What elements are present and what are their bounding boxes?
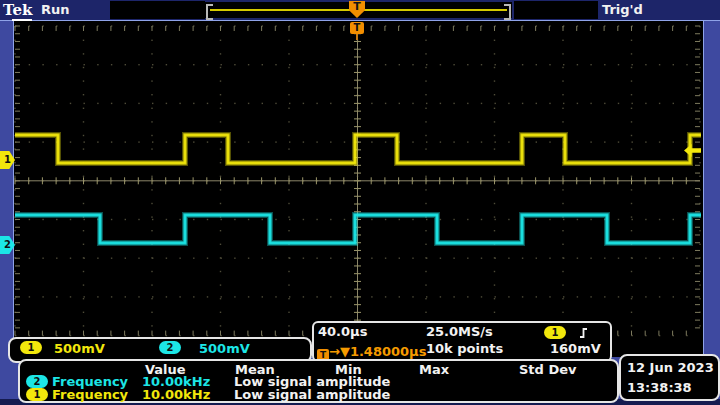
channel2-scale: 500mV [199, 341, 250, 356]
acquisition-state: Run [41, 2, 70, 17]
time-label: 13:38:38 [627, 378, 718, 398]
measurement-name: Frequency [52, 388, 128, 401]
channel1-badge: 1 [20, 341, 42, 354]
status-bar: Tek Run Trig'd T [0, 0, 720, 21]
trigger-point-stem [356, 34, 358, 40]
channel1-scale: 500mV [54, 341, 105, 356]
channel2-badge: 2 [159, 341, 181, 354]
status-readout-blank-right [514, 1, 598, 19]
channel1-badge: 1 [26, 388, 48, 401]
measurement-value: 10.00kHz [142, 388, 210, 401]
datetime-box: 12 Jun 2023 13:38:38 [619, 354, 720, 401]
trigger-status-label: Trig'd [602, 2, 643, 17]
record-view-bracket-left [206, 4, 213, 20]
status-readout-blank-left [110, 1, 205, 19]
date-label: 12 Jun 2023 [627, 358, 718, 378]
trigger-delay-arrows-icon: →▼ [329, 344, 350, 359]
trigger-source-badge: 1 [544, 326, 566, 339]
trigger-point-flag-icon: T [350, 22, 364, 34]
measurement-table: Value Mean Min Max Std Dev 2 Frequency 1… [18, 359, 619, 403]
record-view-bracket-right [504, 4, 511, 20]
time-per-div: 40.0µs [318, 324, 367, 339]
tek-logo: Tek [3, 1, 32, 19]
trigger-delay-readout: T→▼1.48000µs [317, 341, 426, 361]
channel2-badge: 2 [26, 375, 48, 388]
measurement-note: Low signal amplitude [234, 388, 390, 401]
trigger-delay-value: 1.48000µs [350, 344, 427, 359]
measurement-row-ch1: 1 Frequency 10.00kHz Low signal amplitud… [20, 388, 617, 401]
record-length: 10k points [426, 341, 503, 356]
graticule-area [13, 21, 704, 357]
horizontal-trigger-readout: 40.0µs 25.0MS/s 1 T→▼1.48000µs 10k point… [312, 321, 612, 362]
rising-edge-icon [578, 326, 591, 340]
trigger-level-value: 160mV [550, 341, 601, 356]
sample-rate: 25.0MS/s [426, 324, 493, 339]
